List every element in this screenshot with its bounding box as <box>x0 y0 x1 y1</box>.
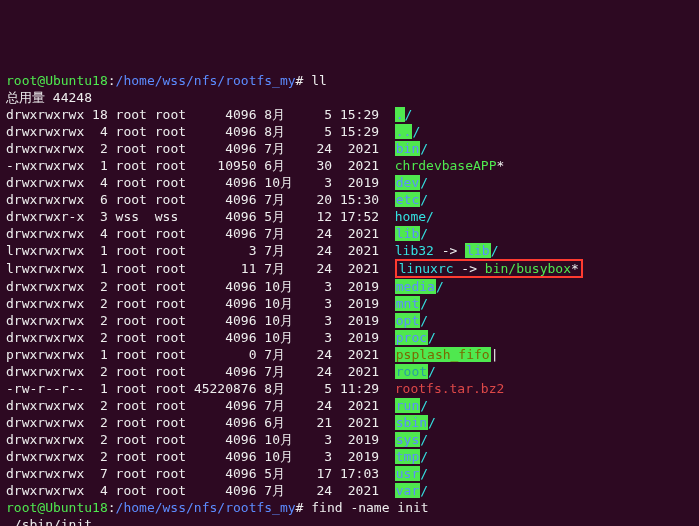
perms: drwxrwxrwx <box>6 313 84 328</box>
perms: drwxrwxrwx <box>6 483 84 498</box>
listing-row: -rw-r--r-- 1 root root 45220876 8月 5 11:… <box>6 380 693 397</box>
file-name: var <box>395 483 420 498</box>
listing-row: drwxrwxrwx 2 root root 4096 7月 24 2021 r… <box>6 363 693 380</box>
listing-row: drwxrwxrwx 2 root root 4096 7月 24 2021 b… <box>6 140 693 157</box>
perms: drwxrwxrwx <box>6 449 84 464</box>
command[interactable]: ll <box>303 73 326 88</box>
file-name: dev <box>395 175 420 190</box>
listing-row: prwxrwxrwx 1 root root 0 7月 24 2021 pspl… <box>6 346 693 363</box>
perms: drwxrwxrwx <box>6 192 84 207</box>
file-name: root <box>395 364 428 379</box>
file-name: linuxrc <box>399 261 454 276</box>
file-name: sys <box>395 432 420 447</box>
file-name: usr <box>395 466 420 481</box>
listing-row: drwxrwxrwx 2 root root 4096 10月 3 2019 p… <box>6 329 693 346</box>
perms: drwxrwxrwx <box>6 466 84 481</box>
listing-row: drwxrwxrwx 6 root root 4096 7月 20 15:30 … <box>6 191 693 208</box>
perms: -rw-r--r-- <box>6 381 84 396</box>
perms: lrwxrwxrwx <box>6 261 84 276</box>
perms: drwxrwxrwx <box>6 124 84 139</box>
file-name: home <box>395 209 426 224</box>
file-name: media <box>395 279 436 294</box>
file-name: bin <box>395 141 420 156</box>
perms: drwxrwxrwx <box>6 226 84 241</box>
listing-row: drwxrwxrwx 2 root root 4096 10月 3 2019 t… <box>6 448 693 465</box>
perms: drwxrwxrwx <box>6 107 84 122</box>
listing-row: drwxrwxrwx 2 root root 4096 10月 3 2019 s… <box>6 431 693 448</box>
perms: lrwxrwxrwx <box>6 243 84 258</box>
perms: drwxrwxrwx <box>6 296 84 311</box>
find-output: ./sbin/init <box>6 516 693 526</box>
file-name: mnt <box>395 296 420 311</box>
file-name: psplash_fifo <box>395 347 491 362</box>
perms: drwxrwxrwx <box>6 398 84 413</box>
link-target: bin/busybox <box>485 261 571 276</box>
prompt-path: /home/wss/nfs/rootfs_my <box>116 73 296 88</box>
listing-row: drwxrwxrwx 4 root root 4096 10月 3 2019 d… <box>6 174 693 191</box>
listing-row: drwxrwxrwx 4 root root 4096 7月 24 2021 v… <box>6 482 693 499</box>
file-name: sbin <box>395 415 428 430</box>
command[interactable]: find -name init <box>303 500 428 515</box>
perms: drwxrwxrwx <box>6 415 84 430</box>
file-name: .. <box>395 124 413 139</box>
prompt-path: /home/wss/nfs/rootfs_my <box>116 500 296 515</box>
listing-row: drwxrwxrwx 2 root root 4096 7月 24 2021 r… <box>6 397 693 414</box>
link-target: lib <box>465 243 490 258</box>
total-line: 总用量 44248 <box>6 89 693 106</box>
perms: drwxrwxrwx <box>6 175 84 190</box>
file-name: lib <box>395 226 420 241</box>
listing-row: -rwxrwxrwx 1 root root 10950 6月 30 2021 … <box>6 157 693 174</box>
file-name: lib32 <box>395 243 434 258</box>
highlight-box: linuxrc -> bin/busybox* <box>395 259 583 278</box>
file-name: etc <box>395 192 420 207</box>
perms: drwxrwxrwx <box>6 141 84 156</box>
file-name: opt <box>395 313 420 328</box>
listing-row: drwxrwxrwx 2 root root 4096 10月 3 2019 o… <box>6 312 693 329</box>
listing-row: drwxrwxrwx 4 root root 4096 7月 24 2021 l… <box>6 225 693 242</box>
prompt-user: root@Ubuntu18 <box>6 73 108 88</box>
listing-row: lrwxrwxrwx 1 root root 11 7月 24 2021 lin… <box>6 259 693 278</box>
listing-row: drwxrwxrwx 2 root root 4096 6月 21 2021 s… <box>6 414 693 431</box>
listing-row: drwxrwxrwx 2 root root 4096 10月 3 2019 m… <box>6 295 693 312</box>
file-name: run <box>395 398 420 413</box>
perms: prwxrwxrwx <box>6 347 84 362</box>
perms: drwxrwxrwx <box>6 432 84 447</box>
file-name: chrdevbaseAPP <box>395 158 497 173</box>
terminal-output: root@Ubuntu18:/home/wss/nfs/rootfs_my# l… <box>6 72 693 526</box>
perms: drwxrwxrwx <box>6 364 84 379</box>
file-name: . <box>395 107 405 122</box>
perms: drwxrwxrwx <box>6 330 84 345</box>
listing-row: drwxrwxr-x 3 wss wss 4096 5月 12 17:52 ho… <box>6 208 693 225</box>
perms: drwxrwxr-x <box>6 209 84 224</box>
prompt-user: root@Ubuntu18 <box>6 500 108 515</box>
listing-row: drwxrwxrwx 7 root root 4096 5月 17 17:03 … <box>6 465 693 482</box>
listing-row: drwxrwxrwx 2 root root 4096 10月 3 2019 m… <box>6 278 693 295</box>
perms: drwxrwxrwx <box>6 279 84 294</box>
listing-row: drwxrwxrwx 4 root root 4096 8月 5 15:29 .… <box>6 123 693 140</box>
file-name: proc <box>395 330 428 345</box>
listing-row: lrwxrwxrwx 1 root root 3 7月 24 2021 lib3… <box>6 242 693 259</box>
listing-row: drwxrwxrwx 18 root root 4096 8月 5 15:29 … <box>6 106 693 123</box>
file-name: rootfs.tar.bz2 <box>395 381 505 396</box>
file-name: tmp <box>395 449 420 464</box>
perms: -rwxrwxrwx <box>6 158 84 173</box>
